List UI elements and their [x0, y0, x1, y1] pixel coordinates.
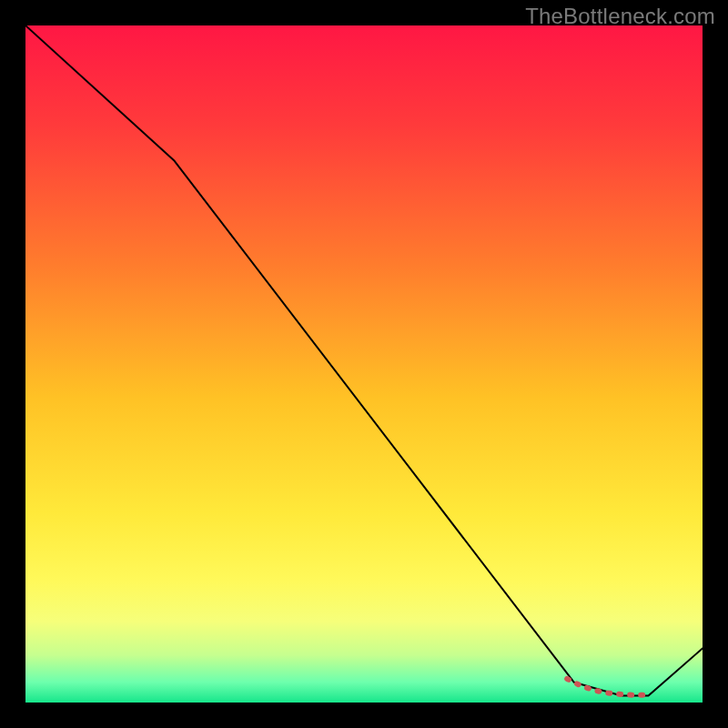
- plot-background: [25, 25, 703, 703]
- chart-plot: [25, 25, 703, 703]
- watermark-text: TheBottleneck.com: [525, 4, 715, 29]
- chart-container: TheBottleneck.com: [0, 0, 728, 728]
